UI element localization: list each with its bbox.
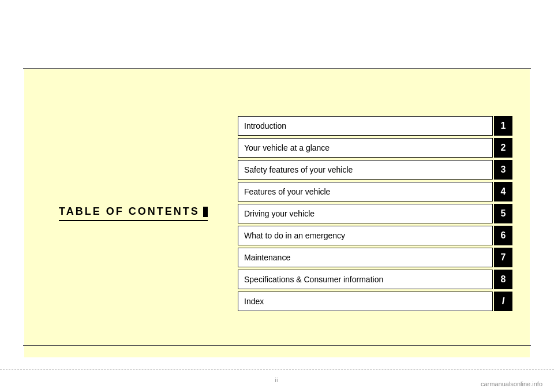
toc-number-1: 1 <box>494 116 512 136</box>
toc-row-7[interactable]: Maintenance 7 <box>238 248 512 267</box>
toc-title-text: TABLE OF CONTENTS <box>59 206 200 218</box>
toc-number-3: 3 <box>494 160 512 180</box>
toc-label-emergency: What to do in an emergency <box>238 226 493 245</box>
toc-label-index: Index <box>238 292 493 311</box>
toc-number-8: 8 <box>494 270 512 289</box>
toc-title: TABLE OF CONTENTS <box>59 206 208 221</box>
toc-row-4[interactable]: Features of your vehicle 4 <box>238 182 512 201</box>
page-container: TABLE OF CONTENTS Introduction 1 Your ve… <box>0 0 554 392</box>
toc-label-maintenance: Maintenance <box>238 248 493 267</box>
toc-row-2[interactable]: Your vehicle at a glance 2 <box>238 138 512 158</box>
toc-row-index[interactable]: Index I <box>238 292 512 311</box>
toc-number-2: 2 <box>494 138 512 158</box>
toc-row-8[interactable]: Specifications & Consumer information 8 <box>238 270 512 289</box>
toc-list: Introduction 1 Your vehicle at a glance … <box>226 116 512 311</box>
top-divider <box>23 68 531 69</box>
toc-label-driving: Driving your vehicle <box>238 204 493 223</box>
bottom-divider <box>23 345 531 346</box>
toc-row-1[interactable]: Introduction 1 <box>238 116 512 136</box>
content-box: TABLE OF CONTENTS Introduction 1 Your ve… <box>24 69 530 357</box>
page-number: ii <box>275 376 279 383</box>
toc-label-glance: Your vehicle at a glance <box>238 138 493 158</box>
toc-label-safety: Safety features of your vehicle <box>238 160 493 180</box>
toc-number-4: 4 <box>494 182 512 201</box>
left-section: TABLE OF CONTENTS <box>42 206 226 221</box>
toc-number-6: 6 <box>494 226 512 245</box>
toc-row-6[interactable]: What to do in an emergency 6 <box>238 226 512 245</box>
toc-label-specifications: Specifications & Consumer information <box>238 270 493 289</box>
toc-row-5[interactable]: Driving your vehicle 5 <box>238 204 512 223</box>
toc-number-7: 7 <box>494 248 512 267</box>
toc-row-3[interactable]: Safety features of your vehicle 3 <box>238 160 512 180</box>
toc-label-features: Features of your vehicle <box>238 182 493 201</box>
title-bracket-icon <box>203 207 208 217</box>
toc-label-introduction: Introduction <box>238 116 493 136</box>
toc-number-5: 5 <box>494 204 512 223</box>
toc-number-index: I <box>494 292 512 311</box>
watermark: carmanualsonline.info <box>481 380 542 387</box>
dotted-divider <box>0 369 554 370</box>
